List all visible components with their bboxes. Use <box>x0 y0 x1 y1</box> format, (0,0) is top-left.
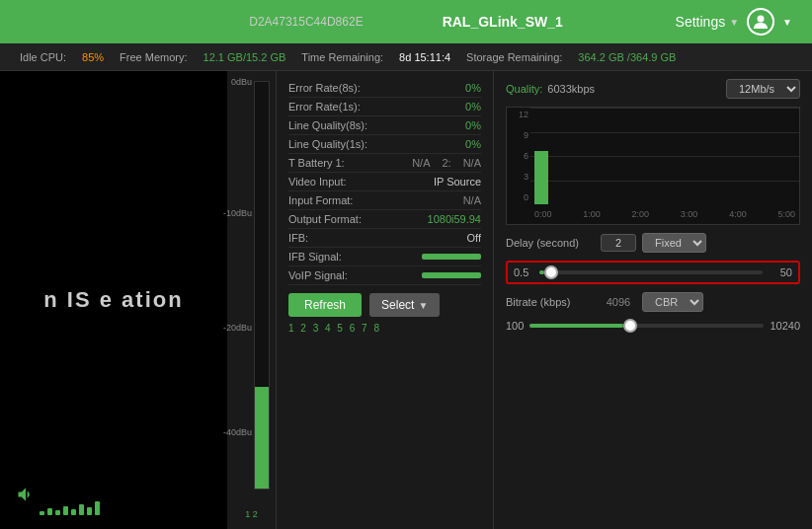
audio-channel-numbers: 1 2 3 4 5 6 7 8 <box>288 323 481 334</box>
ifb-signal-label: IFB Signal: <box>288 251 342 263</box>
quality-dropdown[interactable]: 12Mb/s <box>726 79 800 99</box>
output-format-value: 1080i59.94 <box>428 213 481 225</box>
meter-label-0: 0dBu <box>231 77 252 87</box>
avatar[interactable] <box>747 8 774 36</box>
chart-y-label-6: 6 <box>507 151 530 161</box>
battery-row: T Battery 1: N/A 2: N/A <box>288 154 481 173</box>
delay-slider-row: 0.5 50 <box>506 261 800 284</box>
bitrate-slider-row: 100 10240 <box>506 320 800 332</box>
time-remaining-value: 8d 15:11:4 <box>399 51 450 63</box>
chart-x-0: 0:00 <box>534 209 552 219</box>
ifb-value: Off <box>467 232 481 244</box>
line-quality-1s-label: Line Quality(1s): <box>288 138 367 150</box>
refresh-button[interactable]: Refresh <box>288 293 362 317</box>
meter-label-10: -10dBu <box>223 208 252 218</box>
quality-value: 6033kbps <box>547 83 595 95</box>
ifb-signal-bar <box>422 254 481 260</box>
ifb-label: IFB: <box>288 232 308 244</box>
avatar-chevron-icon: ▼ <box>782 17 792 28</box>
ifb-signal-row: IFB Signal: <box>288 248 481 266</box>
quality-header: Quality: 6033kbps 12Mb/s <box>506 79 800 99</box>
chart-y-label-9: 9 <box>507 130 530 140</box>
error-rate-1s-value: 0% <box>465 101 481 113</box>
meter-channel-numbers: 1 2 <box>227 509 276 519</box>
stats-panel: Error Rate(8s): 0% Error Rate(1s): 0% Li… <box>277 71 494 529</box>
chart-x-3: 3:00 <box>681 209 698 219</box>
chart-x-1: 1:00 <box>583 209 601 219</box>
bitrate-mode-dropdown[interactable]: CBR <box>642 292 703 312</box>
free-memory-label: Free Memory: <box>120 51 187 63</box>
main: n IS e ation 0dBu -10dBu -20dBu -40dBu 1 <box>0 71 812 529</box>
chart-bar-0 <box>534 151 548 204</box>
chart-x-2: 2:00 <box>632 209 650 219</box>
chart-grid-2 <box>530 156 799 157</box>
video-input-value: IP Source <box>434 176 481 188</box>
chart-grid-3 <box>530 181 799 182</box>
select-button[interactable]: Select ▼ <box>369 293 440 317</box>
settings-button[interactable]: Settings ▼ <box>676 14 740 30</box>
chart-y-label-12: 12 <box>507 110 530 119</box>
delay-value-input[interactable] <box>601 234 636 252</box>
output-format-label: Output Format: <box>288 213 362 225</box>
delay-slider-track[interactable] <box>539 270 763 274</box>
idle-cpu-label: Idle CPU: <box>20 51 66 63</box>
voip-signal-row: VoIP Signal: <box>288 266 481 285</box>
bitrate-slider-thumb[interactable] <box>623 319 637 333</box>
svg-point-0 <box>758 16 765 23</box>
meter-bar-bg <box>254 81 270 490</box>
voip-signal-bar <box>422 272 481 278</box>
input-format-row: Input Format: N/A <box>288 191 481 210</box>
video-input-row: Video Input: IP Source <box>288 173 481 191</box>
bitrate-label: Bitrate (kbps) <box>506 296 595 308</box>
right-panel: Quality: 6033kbps 12Mb/s 12 9 6 3 0 <box>494 71 812 529</box>
chart-grid-top <box>530 108 799 109</box>
delay-slider-thumb[interactable] <box>544 265 558 279</box>
line-quality-8s-value: 0% <box>465 119 481 131</box>
idle-cpu-value: 85% <box>82 51 104 63</box>
chart-x-axis: 0:00 1:00 2:00 3:00 4:00 5:00 <box>530 204 799 224</box>
storage-remaining-value: 364.2 GB /364.9 GB <box>578 51 676 63</box>
status-bar: Idle CPU: 85% Free Memory: 12.1 GB/15.2 … <box>0 43 812 71</box>
delay-mode-dropdown[interactable]: Fixed <box>642 233 706 253</box>
error-rate-1s-label: Error Rate(1s): <box>288 101 361 113</box>
battery-values: N/A 2: N/A <box>412 157 481 169</box>
error-rate-8s-row: Error Rate(8s): 0% <box>288 79 481 98</box>
quality-chart: 12 9 6 3 0 0:00 1:00 2:00 3:00 4:00 <box>506 107 800 225</box>
meter-panel: 0dBu -10dBu -20dBu -40dBu 1 2 <box>227 71 277 529</box>
battery-label: T Battery 1: <box>288 157 345 169</box>
line-quality-8s-label: Line Quality(8s): <box>288 119 367 131</box>
chart-area <box>530 108 799 204</box>
ifb-row: IFB: Off <box>288 229 481 248</box>
quality-label: Quality: 6033kbps <box>506 83 595 95</box>
meter-bar-fill <box>255 387 269 489</box>
device-id: D2A47315C44D862E <box>249 15 363 29</box>
chart-x-4: 4:00 <box>729 209 747 219</box>
line-quality-8s-row: Line Quality(8s): 0% <box>288 116 481 135</box>
bitrate-row: Bitrate (kbps) 4096 CBR <box>506 292 800 312</box>
battery-val2: N/A <box>463 157 481 169</box>
battery-num: 2: <box>442 157 450 169</box>
line-quality-1s-row: Line Quality(1s): 0% <box>288 135 481 154</box>
voip-signal-label: VoIP Signal: <box>288 269 348 281</box>
chart-x-5: 5:00 <box>777 209 795 219</box>
delay-slider-fill <box>539 270 544 274</box>
delay-slider-min: 0.5 <box>514 266 533 278</box>
stats-buttons: Refresh Select ▼ <box>288 293 481 317</box>
header: D2A47315C44D862E RAL_GLink_SW_1 Settings… <box>0 0 812 43</box>
free-memory-value: 12.1 GB/15.2 GB <box>203 51 286 63</box>
bitrate-slider-track[interactable] <box>529 324 764 328</box>
header-right: Settings ▼ ▼ <box>676 8 792 36</box>
input-format-label: Input Format: <box>288 194 353 206</box>
error-rate-8s-value: 0% <box>465 82 481 94</box>
error-rate-8s-label: Error Rate(8s): <box>288 82 361 94</box>
bitrate-slider-max: 10240 <box>770 320 800 332</box>
delay-slider-max: 50 <box>769 266 792 278</box>
speaker-icon <box>16 485 36 509</box>
chart-y-label-0: 0 <box>507 192 530 202</box>
meter-label-20: -20dBu <box>223 323 252 333</box>
settings-chevron-icon: ▼ <box>729 17 739 28</box>
link-name: RAL_GLink_SW_1 <box>443 14 563 30</box>
video-text: n IS e ation <box>43 287 183 313</box>
output-format-row: Output Format: 1080i59.94 <box>288 210 481 229</box>
chart-y-label-3: 3 <box>507 172 530 182</box>
